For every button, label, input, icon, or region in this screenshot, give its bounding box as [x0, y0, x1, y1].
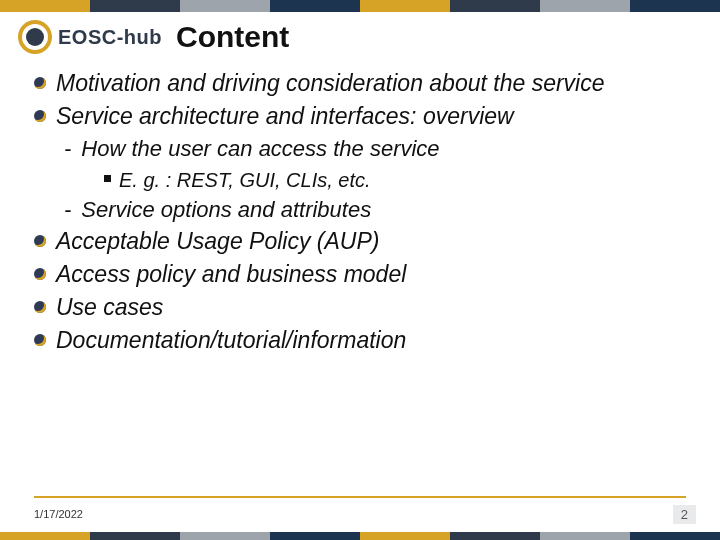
- bullet-level1: Service architecture and interfaces: ove…: [34, 101, 690, 132]
- bullet-text: Access policy and business model: [56, 259, 406, 290]
- logo-icon: [18, 20, 52, 54]
- bottom-ribbon: [0, 532, 720, 540]
- bullet-text: Service options and attributes: [81, 195, 371, 226]
- bullet-level3: E. g. : REST, GUI, CLIs, etc.: [104, 165, 690, 195]
- dash-icon: -: [64, 195, 71, 226]
- bullet-text: E. g. : REST, GUI, CLIs, etc.: [119, 165, 371, 195]
- bullet-level1: Motivation and driving consideration abo…: [34, 68, 690, 99]
- square-icon: [104, 175, 111, 182]
- bullet-text: Documentation/tutorial/information: [56, 325, 406, 356]
- slide-header: EOSC-hub Content: [18, 20, 702, 54]
- top-ribbon: [0, 0, 720, 12]
- slide-content: Motivation and driving consideration abo…: [34, 68, 690, 358]
- bullet-level2: - How the user can access the service: [64, 134, 690, 165]
- bullet-level1: Use cases: [34, 292, 690, 323]
- bullet-icon: [34, 235, 46, 247]
- bullet-level1: Documentation/tutorial/information: [34, 325, 690, 356]
- page-number: 2: [673, 505, 696, 524]
- bullet-text: Motivation and driving consideration abo…: [56, 68, 605, 99]
- footer-date: 1/17/2022: [34, 508, 83, 520]
- bullet-icon: [34, 334, 46, 346]
- bullet-icon: [34, 110, 46, 122]
- bullet-text: Use cases: [56, 292, 163, 323]
- bullet-icon: [34, 268, 46, 280]
- bullet-icon: [34, 77, 46, 89]
- bullet-icon: [34, 301, 46, 313]
- bullet-level1: Access policy and business model: [34, 259, 690, 290]
- logo-text: EOSC-hub: [58, 26, 162, 49]
- slide-title: Content: [176, 20, 289, 54]
- bullet-level1: Acceptable Usage Policy (AUP): [34, 226, 690, 257]
- bullet-text: Acceptable Usage Policy (AUP): [56, 226, 379, 257]
- eosc-hub-logo: EOSC-hub: [18, 20, 162, 54]
- bullet-text: How the user can access the service: [81, 134, 439, 165]
- footer-divider: [34, 496, 686, 498]
- dash-icon: -: [64, 134, 71, 165]
- bullet-text: Service architecture and interfaces: ove…: [56, 101, 514, 132]
- bullet-level2: - Service options and attributes: [64, 195, 690, 226]
